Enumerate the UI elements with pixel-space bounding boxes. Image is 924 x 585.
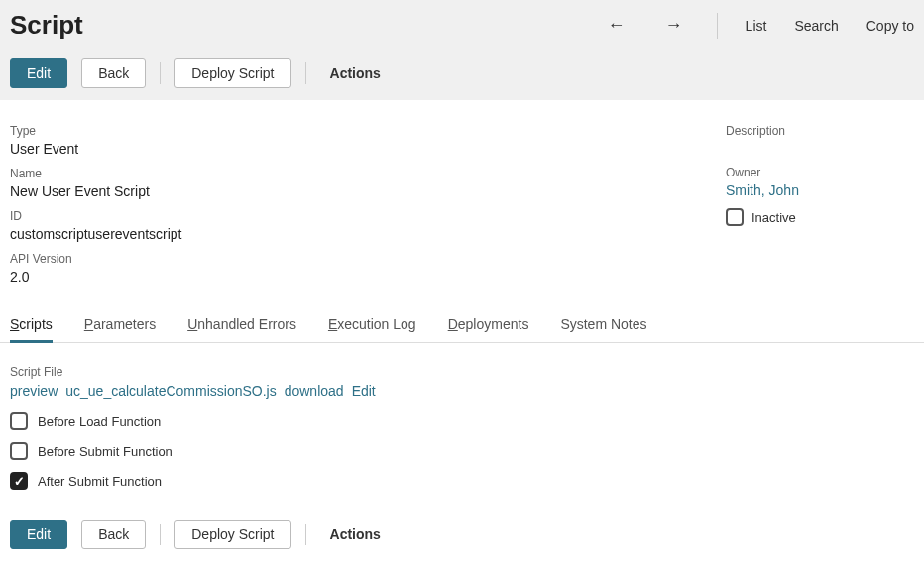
type-value: User Event bbox=[10, 141, 686, 157]
tab-unhandled-errors[interactable]: Unhandled Errors bbox=[187, 316, 296, 342]
api-version-value: 2.0 bbox=[10, 269, 686, 285]
description-label: Description bbox=[726, 124, 914, 138]
nav-next-arrow[interactable]: → bbox=[659, 15, 689, 36]
tab-execution-log[interactable]: Execution Log bbox=[328, 316, 416, 342]
deploy-script-button-bottom[interactable]: Deploy Script bbox=[174, 520, 290, 549]
script-download-link[interactable]: download bbox=[285, 383, 344, 399]
after-submit-checkbox[interactable] bbox=[10, 472, 28, 490]
button-divider bbox=[160, 524, 161, 545]
button-divider bbox=[160, 62, 161, 84]
before-load-label: Before Load Function bbox=[38, 414, 161, 429]
id-label: ID bbox=[10, 209, 686, 223]
tab-deployments[interactable]: Deployments bbox=[448, 316, 529, 342]
script-filename-link[interactable]: uc_ue_calculateCommissionSO.js bbox=[65, 383, 276, 399]
tab-scripts[interactable]: Scripts bbox=[10, 316, 53, 342]
inactive-label: Inactive bbox=[751, 210, 796, 225]
tab-system-notes[interactable]: System Notes bbox=[560, 316, 646, 342]
edit-button-bottom[interactable]: Edit bbox=[10, 520, 67, 549]
back-button-bottom[interactable]: Back bbox=[81, 520, 146, 549]
before-load-checkbox[interactable] bbox=[10, 412, 28, 430]
type-label: Type bbox=[10, 124, 686, 138]
id-value: customscriptusereventscript bbox=[10, 226, 686, 242]
nav-list[interactable]: List bbox=[746, 18, 767, 34]
nav-copy-to[interactable]: Copy to bbox=[866, 18, 914, 34]
tab-parameters[interactable]: Parameters bbox=[84, 316, 156, 342]
script-file-label: Script File bbox=[10, 365, 914, 379]
after-submit-label: After Submit Function bbox=[38, 474, 162, 489]
name-label: Name bbox=[10, 167, 686, 180]
script-edit-link[interactable]: Edit bbox=[352, 383, 376, 399]
button-divider bbox=[305, 524, 306, 545]
actions-menu-bottom[interactable]: Actions bbox=[320, 526, 381, 542]
page-title: Script bbox=[10, 10, 83, 41]
owner-label: Owner bbox=[726, 166, 914, 179]
edit-button[interactable]: Edit bbox=[10, 58, 67, 88]
script-preview-link[interactable]: preview bbox=[10, 383, 58, 399]
button-divider bbox=[305, 62, 306, 84]
back-button[interactable]: Back bbox=[81, 58, 146, 88]
before-submit-label: Before Submit Function bbox=[38, 444, 173, 459]
nav-divider bbox=[717, 13, 718, 39]
inactive-checkbox[interactable] bbox=[726, 208, 744, 226]
actions-menu[interactable]: Actions bbox=[320, 65, 381, 81]
name-value: New User Event Script bbox=[10, 183, 686, 199]
deploy-script-button[interactable]: Deploy Script bbox=[174, 58, 290, 88]
nav-prev-arrow[interactable]: ← bbox=[602, 15, 632, 36]
api-version-label: API Version bbox=[10, 252, 686, 266]
before-submit-checkbox[interactable] bbox=[10, 442, 28, 460]
nav-search[interactable]: Search bbox=[794, 18, 838, 34]
owner-value[interactable]: Smith, John bbox=[726, 182, 914, 198]
